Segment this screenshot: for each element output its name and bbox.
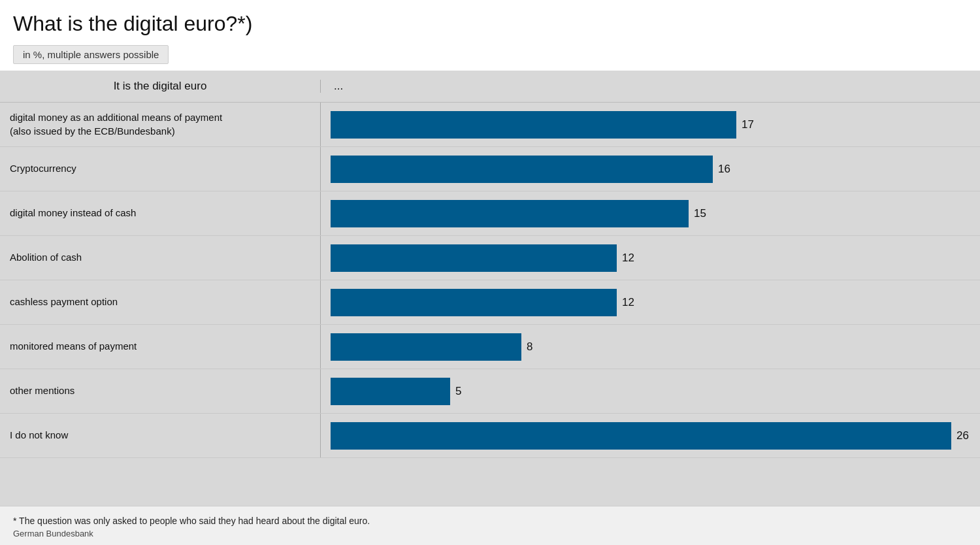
bar [331, 333, 521, 361]
column-headers: It is the digital euro ... [0, 71, 980, 103]
chart-row: I do not know26 [0, 414, 980, 458]
row-label: other mentions [0, 378, 320, 404]
bar-value: 16 [718, 163, 730, 176]
bar-value: 12 [622, 296, 634, 309]
bar-value: 15 [694, 207, 706, 220]
header-section: What is the digital euro?*) in %, multip… [0, 0, 980, 71]
bar [331, 111, 736, 139]
chart-row: Cryptocurrency16 [0, 147, 980, 191]
row-bar-area: 12 [321, 238, 980, 278]
row-label: monitored means of payment [0, 333, 320, 359]
row-label: I do not know [0, 422, 320, 448]
chart-row: digital money as an additional means of … [0, 103, 980, 147]
bar-value: 17 [742, 118, 754, 131]
bar-value: 8 [527, 340, 532, 354]
chart-rows: digital money as an additional means of … [0, 103, 980, 458]
footnote: * The question was only asked to people … [13, 516, 967, 526]
col-header-left: It is the digital euro [0, 80, 320, 93]
row-label: digital money as an additional means of … [0, 105, 320, 144]
bar [331, 289, 617, 316]
chart-row: Abolition of cash12 [0, 236, 980, 280]
row-label: digital money instead of cash [0, 200, 320, 226]
row-bar-area: 16 [321, 149, 980, 190]
col-header-right: ... [321, 80, 980, 93]
footer-section: * The question was only asked to people … [0, 506, 980, 545]
bar [331, 156, 713, 183]
chart-row: cashless payment option12 [0, 280, 980, 325]
bar [331, 378, 450, 405]
row-bar-area: 15 [321, 193, 980, 234]
subtitle-pill: in %, multiple answers possible [13, 45, 169, 64]
bar [331, 200, 689, 227]
row-label: Abolition of cash [0, 244, 320, 271]
bar-value: 5 [455, 385, 461, 398]
row-bar-area: 12 [321, 282, 980, 323]
page-wrapper: What is the digital euro?*) in %, multip… [0, 0, 980, 545]
bar [331, 244, 617, 272]
chart-row: monitored means of payment8 [0, 325, 980, 369]
chart-title: What is the digital euro?*) [13, 12, 967, 36]
bar [331, 422, 951, 450]
row-bar-area: 5 [321, 371, 980, 412]
row-bar-area: 17 [321, 105, 980, 145]
bar-value: 26 [956, 429, 969, 442]
bar-value: 12 [622, 252, 634, 265]
chart-section: It is the digital euro ... digital money… [0, 71, 980, 506]
source-label: German Bundesbank [13, 529, 967, 538]
row-bar-area: 26 [321, 416, 980, 456]
row-bar-area: 8 [321, 327, 980, 367]
chart-row: digital money instead of cash15 [0, 191, 980, 236]
row-label: cashless payment option [0, 289, 320, 315]
row-label: Cryptocurrency [0, 156, 320, 182]
chart-row: other mentions5 [0, 369, 980, 414]
